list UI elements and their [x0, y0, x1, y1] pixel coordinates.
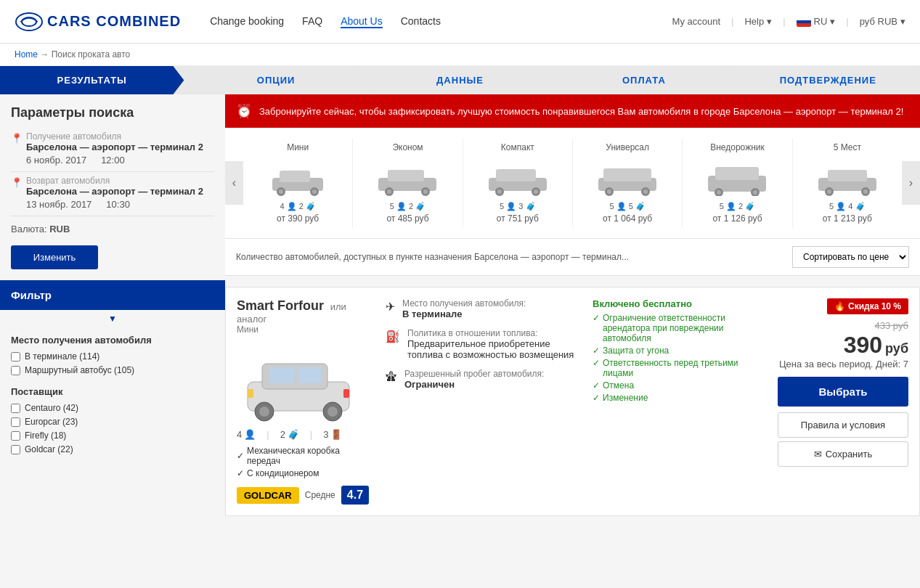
filter-pickup-section: Место получения автомобиля В терминале (… — [11, 335, 214, 375]
svg-rect-33 — [828, 170, 867, 181]
carousel-prev-button[interactable]: ‹ — [225, 161, 243, 205]
logo-text: CARS COMBINED — [47, 13, 181, 30]
main-content: Параметры поиска 📍 Получение автомобиля … — [0, 94, 920, 516]
help-dropdown[interactable]: Help ▾ — [744, 16, 772, 27]
breadcrumb-home[interactable]: Home — [15, 49, 38, 60]
nav-faq[interactable]: FAQ — [302, 15, 322, 28]
car-suv-icon — [704, 160, 770, 196]
nav-change-booking[interactable]: Change booking — [210, 15, 284, 28]
currency-selector[interactable]: руб RUB ▾ — [860, 16, 905, 27]
sidebar: Параметры поиска 📍 Получение автомобиля … — [0, 94, 225, 516]
filter-goldcar: Goldcar (22) — [11, 444, 214, 454]
nav-contacts[interactable]: Contacts — [401, 15, 441, 28]
svg-point-45 — [327, 407, 338, 417]
filter-europcar: Europcar (23) — [11, 417, 214, 427]
car-economy-icon — [375, 160, 440, 196]
sort-bar-text: Количество автомобилей, доступных в пунк… — [236, 252, 629, 262]
breadcrumb: Home → Поиск проката авто — [0, 44, 920, 66]
car-type-5seats[interactable]: 5 Мест 5 👤 4 🧳 — [793, 139, 902, 227]
car-5seats-icon — [815, 160, 880, 196]
filter-shuttle-checkbox[interactable] — [11, 366, 20, 375]
filter-supplier-title: Поставщик — [11, 386, 214, 397]
road-icon: 🛣 — [386, 370, 397, 383]
carousel-next-button[interactable]: › — [902, 161, 920, 205]
language-selector[interactable]: RU ▾ — [797, 16, 836, 27]
pickup-param: 📍 Получение автомобиля Барселона — аэроп… — [11, 131, 214, 166]
feature-transmission: ✓ Механическая коробка передач — [237, 446, 375, 466]
mileage-info: 🛣 Разрешенный пробег автомобиля: Огранич… — [386, 369, 582, 390]
included-item-1: ✓ Защита от угона — [593, 346, 752, 356]
car-type-universal[interactable]: Универсал 5 👤 5 🧳 — [573, 139, 683, 227]
step-data[interactable]: ДАННЫЕ — [368, 66, 552, 94]
filter-europcar-checkbox[interactable] — [11, 417, 20, 427]
car-types-carousel: ‹ Мини — [225, 128, 920, 239]
svg-rect-27 — [715, 167, 759, 180]
included-item-0: ✓ Ограничение ответственности арендатора… — [593, 313, 752, 343]
car-type-compact[interactable]: Компакт 5 👤 3 🧳 — [463, 139, 573, 227]
filter-goldcar-checkbox[interactable] — [11, 445, 20, 454]
svg-point-17 — [497, 189, 502, 194]
nav-about[interactable]: About Us — [341, 15, 383, 28]
rating-bar: GOLDCAR Средне 4.7 — [237, 486, 375, 505]
svg-rect-15 — [496, 169, 536, 181]
alert-clock-icon: ⏰ — [236, 103, 252, 119]
car-listing-left: Smart Forfour или аналог Мини — [237, 298, 375, 505]
change-search-button[interactable]: Изменить — [11, 245, 98, 269]
svg-point-31 — [753, 190, 757, 195]
return-label: Возврат автомобиля — [26, 176, 203, 186]
return-location-icon: 📍 — [11, 177, 23, 188]
included-item-2: ✓ Ответственность перед третьими лицами — [593, 358, 752, 378]
airplane-icon: ✈ — [386, 300, 395, 314]
rules-button[interactable]: Правила и условия — [778, 412, 908, 438]
car-type-economy[interactable]: Эконом 5 👤 2 🧳 — [353, 139, 463, 227]
step-results[interactable]: РЕЗУЛЬТАТЫ — [0, 66, 184, 94]
included-item-3: ✓ Отмена — [593, 380, 752, 391]
bags-stat: 2 🧳 — [280, 429, 299, 440]
car-stats: 4 👤 | 2 🧳 | 3 🚪 — [237, 429, 375, 440]
pickup-time: 12:00 — [101, 155, 125, 166]
sort-select[interactable]: Сортировать по цене — [792, 246, 909, 268]
logo[interactable]: CARS COMBINED — [15, 11, 181, 33]
svg-rect-46 — [248, 389, 253, 398]
step-payment[interactable]: ОПЛАТА — [552, 66, 736, 94]
price-panel: 🔥 Скидка 10 % 433 руб 390 руб Цена за ве… — [763, 298, 908, 505]
car-features: ✓ Механическая коробка передач ✓ С конди… — [237, 446, 375, 478]
filter-pickup-title: Место получения автомобиля — [11, 335, 214, 346]
car-listing-middle: ✈ Место получения автомобиля: В терминал… — [386, 298, 582, 505]
included-title: Включено бесплатно — [593, 298, 752, 309]
pickup-date: 6 ноябр. 2017 — [26, 155, 86, 166]
flag-icon — [797, 17, 811, 27]
filter-firefly-checkbox[interactable] — [11, 431, 20, 441]
step-confirm[interactable]: ПОДТВЕРЖДЕНИЕ — [736, 66, 920, 94]
car-title: Smart Forfour — [237, 298, 324, 313]
svg-point-37 — [863, 189, 868, 194]
car-illustration — [237, 342, 360, 422]
car-types-list: Мини 4 👤 2 🧳 — [243, 139, 902, 227]
return-date: 13 ноябр. 2017 — [26, 199, 91, 210]
pickup-label: Получение автомобиля — [26, 131, 203, 142]
my-account-link[interactable]: My account — [672, 16, 720, 27]
car-image — [237, 342, 360, 422]
rating-score: 4.7 — [341, 486, 369, 505]
car-compact-icon — [485, 160, 550, 196]
old-price: 433 руб — [875, 320, 908, 331]
svg-point-5 — [279, 189, 283, 194]
car-mini-icon — [265, 160, 330, 196]
filter-supplier-section: Поставщик Centauro (42) Europcar (23) Fi… — [11, 386, 214, 454]
svg-point-11 — [387, 189, 391, 194]
car-universal-icon — [595, 160, 660, 196]
car-type-mini[interactable]: Мини 4 👤 2 🧳 — [243, 139, 353, 227]
svg-point-43 — [259, 407, 269, 417]
car-category: Мини — [237, 324, 375, 335]
filter-firefly: Firefly (18) — [11, 430, 214, 441]
filter-terminal-checkbox[interactable] — [11, 352, 20, 362]
svg-rect-47 — [343, 389, 349, 398]
fuel-info: ⛽ Политика в отношении топлива: Предвари… — [386, 328, 582, 360]
car-type-suv[interactable]: Внедорожник 5 👤 2 🧳 — [683, 139, 792, 227]
save-button[interactable]: ✉ Сохранить — [778, 441, 908, 467]
step-options[interactable]: ОПЦИИ — [184, 66, 367, 94]
filter-centauro-checkbox[interactable] — [11, 404, 20, 413]
select-car-button[interactable]: Выбрать — [778, 377, 908, 407]
discount-badge: 🔥 Скидка 10 % — [827, 298, 908, 314]
alert-banner: ⏰ Забронируйте сейчас, чтобы зафиксирова… — [225, 94, 920, 128]
